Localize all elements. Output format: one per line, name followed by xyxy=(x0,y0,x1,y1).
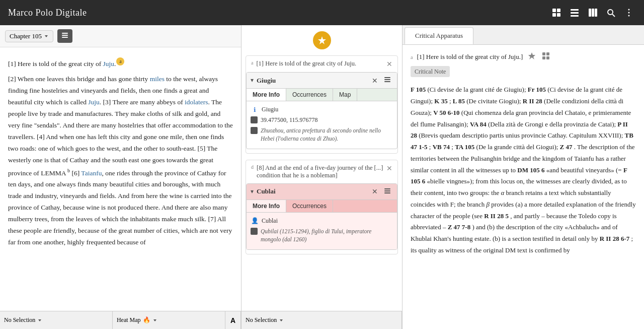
ref-F105: F 105 xyxy=(411,86,426,93)
anno-superscript-2: d xyxy=(251,164,254,170)
svg-rect-24 xyxy=(384,188,390,189)
location-icon xyxy=(251,116,258,123)
font-btn[interactable]: A xyxy=(225,311,241,329)
no-selection-label-1: No Selection xyxy=(4,316,35,324)
giugiu-row-name: ℹ Giugiu xyxy=(251,105,393,114)
right-grid-btn[interactable] xyxy=(541,51,551,63)
ref-K35: K 35 xyxy=(434,97,447,105)
giugiu-tab-moreinfo[interactable]: More Info xyxy=(247,89,286,101)
svg-marker-19 xyxy=(38,319,41,321)
giugiu-tab-map[interactable]: Map xyxy=(333,89,357,101)
giugiu-toggle[interactable]: ▾ xyxy=(251,77,254,84)
list-view-btn[interactable] xyxy=(568,6,582,20)
left-footer: No Selection Heat Map 🔥 A xyxy=(0,311,241,329)
svg-rect-31 xyxy=(546,56,549,59)
right-superscript-a: a xyxy=(411,53,413,61)
giugiu-row-desc: Zhuozhou, antica prefettura di secondo o… xyxy=(251,126,393,143)
svg-rect-23 xyxy=(384,81,390,82)
svg-rect-8 xyxy=(592,9,594,17)
svg-rect-21 xyxy=(384,77,390,78)
font-icon: A xyxy=(230,316,235,324)
svg-marker-20 xyxy=(153,319,156,321)
giugiu-tab-occurrences[interactable]: Occurrences xyxy=(286,89,333,101)
annotation-badge-1[interactable]: a xyxy=(116,57,124,65)
juju-link-1[interactable]: Juju xyxy=(103,60,115,68)
critical-apparatus-text: F 105 (Ci devise de la grant cité de Giu… xyxy=(411,84,636,256)
search-btn[interactable] xyxy=(604,6,618,20)
heat-map-icon: 🔥 xyxy=(143,316,150,324)
svg-rect-1 xyxy=(557,9,560,12)
cublai-header: ▾ Cublai ✕ xyxy=(247,184,397,200)
svg-rect-29 xyxy=(546,52,549,55)
annotation-header-2: d [8] And at the end of a five-day journ… xyxy=(246,160,397,183)
text-segment: [1] Here is told of the great city of xyxy=(8,60,103,68)
ref-Fr105: Fr 105 xyxy=(528,86,546,93)
svg-rect-25 xyxy=(384,190,390,191)
svg-rect-4 xyxy=(571,9,579,11)
cublai-toggle[interactable]: ▾ xyxy=(251,188,254,195)
cublai-description: Qubilai (1215-1294), figlio di Tului, im… xyxy=(261,227,393,243)
columns-view-btn[interactable] xyxy=(586,6,600,20)
right-ref-header: a [1] Here is told of the great city of … xyxy=(411,51,636,63)
cublai-name: Cublai xyxy=(257,187,367,195)
giugiu-list-btn[interactable] xyxy=(382,75,393,86)
cublai-tab-occurrences[interactable]: Occurrences xyxy=(286,200,333,212)
ref-VA84: VA 84 xyxy=(470,120,487,128)
giugiu-body: ℹ Giugiu 39.477500, 115.976778 Zhuozhou,… xyxy=(247,101,397,149)
right-pin-btn[interactable] xyxy=(527,51,537,63)
annotation-close-1[interactable]: ✕ xyxy=(386,60,392,68)
left-panel: Chapter 105 [1] Here is told of the grea… xyxy=(0,25,242,329)
right-panel: Critical Apparatus a [1] Here is told of… xyxy=(403,25,644,329)
main-text: [1] Here is told of the great city of Ju… xyxy=(0,47,241,311)
ref-TA105: TA 105 xyxy=(455,143,474,151)
ref-VB74: VB 74 xyxy=(433,143,450,151)
giugiu-row-coords: 39.477500, 115.976778 xyxy=(251,116,393,124)
svg-rect-28 xyxy=(542,52,545,55)
beta-ref: β xyxy=(487,201,490,208)
app-title: Marco Polo Digitale xyxy=(8,8,87,18)
giugiu-header: ▾ Giugiu ✕ xyxy=(247,73,397,89)
miles-link[interactable]: miles xyxy=(150,75,165,83)
cublai-actions: ✕ xyxy=(370,186,393,197)
annotation-card-1: a [1] Here is told of the great city of … xyxy=(246,55,398,154)
chapter-selector[interactable]: Chapter 105 xyxy=(5,30,53,42)
person-icon: 👤 xyxy=(251,217,259,225)
svg-point-14 xyxy=(628,15,630,17)
ref-V50: V 50 6-10 xyxy=(433,109,459,116)
list-toolbar-btn[interactable] xyxy=(57,29,72,43)
giugiu-actions: ✕ xyxy=(370,75,393,86)
cublai-list-btn[interactable] xyxy=(382,186,393,197)
anno-text-1: [1] Here is told of the great city of Ju… xyxy=(256,60,356,68)
svg-rect-5 xyxy=(571,12,579,14)
middle-footer: No Selection xyxy=(242,311,402,329)
giugiu-name: Giugiu xyxy=(257,77,367,85)
text-segment-5: . The people live by trade and manufactu… xyxy=(8,98,233,176)
critical-note-badge: Critical Note xyxy=(411,66,450,77)
no-selection-dropdown-2[interactable]: No Selection xyxy=(242,311,402,329)
pin-button[interactable] xyxy=(313,31,331,49)
cublai-entity: ▾ Cublai ✕ More Info Occurrences xyxy=(246,183,397,250)
chapter-label: Chapter 105 xyxy=(10,32,42,40)
annotation-card-2: d [8] And at the end of a five-day journ… xyxy=(246,160,398,254)
svg-rect-16 xyxy=(62,33,68,34)
heat-map-dropdown[interactable]: Heat Map 🔥 xyxy=(113,311,225,329)
annotation-close-2[interactable]: ✕ xyxy=(386,164,392,172)
cublai-tab-moreinfo[interactable]: More Info xyxy=(247,200,286,212)
tab-critical-apparatus[interactable]: Critical Apparatus xyxy=(405,27,473,44)
giugiu-close-btn[interactable]: ✕ xyxy=(370,75,380,86)
idolaters-link[interactable]: idolaters xyxy=(185,98,208,106)
taianfu-link[interactable]: Taianfu xyxy=(81,169,102,176)
svg-rect-17 xyxy=(62,35,68,36)
left-toolbar: Chapter 105 xyxy=(0,25,241,47)
svg-rect-2 xyxy=(552,13,556,17)
critical-apparatus-content: a [1] Here is told of the great city of … xyxy=(403,45,644,329)
no-selection-dropdown-1[interactable]: No Selection xyxy=(0,311,113,329)
cublai-close-btn[interactable]: ✕ xyxy=(370,186,380,197)
svg-rect-6 xyxy=(571,15,579,17)
text-segment-2: [2] When one leaves this bridge and has … xyxy=(8,75,150,83)
more-btn[interactable] xyxy=(622,6,636,20)
svg-rect-9 xyxy=(595,9,597,17)
grid-view-btn[interactable] xyxy=(549,6,564,20)
juju-link-2[interactable]: Juju xyxy=(88,98,100,106)
svg-rect-18 xyxy=(62,37,68,38)
